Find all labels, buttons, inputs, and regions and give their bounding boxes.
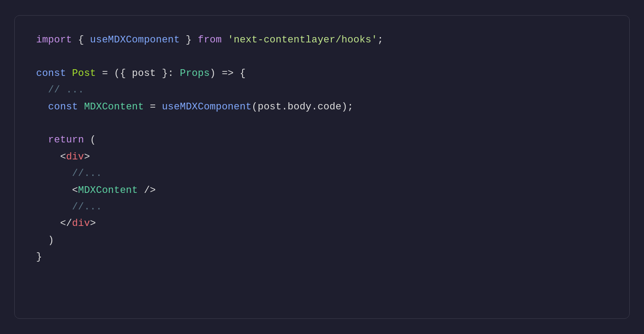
code-token: useMDXComponent xyxy=(162,101,252,113)
code-token: post.body.code xyxy=(258,101,342,113)
code-token xyxy=(66,68,72,79)
code-token: MDXContent xyxy=(78,185,138,196)
code-token: > xyxy=(90,218,96,229)
code-line: //... xyxy=(36,199,608,215)
code-token: div xyxy=(66,151,84,163)
code-token: useMDXComponent xyxy=(90,34,180,46)
code-line: import { useMDXComponent } from 'next-co… xyxy=(36,32,608,48)
code-line: //... xyxy=(36,165,608,182)
code-token: < xyxy=(60,151,66,163)
code-line: ) xyxy=(36,232,608,249)
code-token: = xyxy=(144,101,162,113)
code-token xyxy=(78,101,84,113)
code-token: Props xyxy=(180,68,210,79)
code-block: import { useMDXComponent } from 'next-co… xyxy=(36,32,608,265)
code-token: const xyxy=(48,101,78,113)
code-token: < xyxy=(72,185,78,196)
code-line: const MDXContent = useMDXComponent(post.… xyxy=(36,99,608,115)
code-token: ); xyxy=(342,101,354,113)
code-token: } xyxy=(36,251,42,263)
code-line: // ... xyxy=(36,82,608,98)
code-token: import xyxy=(36,34,72,46)
code-token: // ... xyxy=(48,84,84,96)
code-token xyxy=(222,34,227,46)
code-token: //... xyxy=(72,168,102,179)
code-token: } xyxy=(180,34,198,46)
code-token xyxy=(138,185,144,196)
code-token: //... xyxy=(72,201,102,213)
code-line: } xyxy=(36,249,608,265)
code-token: Post xyxy=(72,68,96,79)
code-line: </div> xyxy=(36,215,608,232)
code-token: ; xyxy=(377,34,383,46)
code-container: import { useMDXComponent } from 'next-co… xyxy=(14,15,630,319)
code-line: const Post = ({ post }: Props) => { xyxy=(36,65,608,82)
code-token: /> xyxy=(144,185,156,196)
code-line: return ( xyxy=(36,132,608,148)
code-line-empty xyxy=(36,48,608,65)
code-token: </ xyxy=(60,218,72,229)
code-token: post xyxy=(132,68,156,79)
code-token: div xyxy=(72,218,90,229)
code-token: return xyxy=(48,134,84,146)
code-token: MDXContent xyxy=(84,101,144,113)
code-token: ( xyxy=(252,101,257,113)
code-token: from xyxy=(198,34,222,46)
code-token: }: xyxy=(156,68,180,79)
code-token: const xyxy=(36,68,66,79)
code-line-empty xyxy=(36,115,608,132)
code-token: ) xyxy=(48,235,54,246)
code-token: ( xyxy=(84,134,96,146)
code-token: 'next-contentlayer/hooks' xyxy=(228,34,378,46)
code-line: <MDXContent /> xyxy=(36,182,608,199)
code-token: > xyxy=(84,151,90,163)
code-line: <div> xyxy=(36,149,608,165)
code-token: = ({ xyxy=(96,68,132,79)
code-token: ) => { xyxy=(210,68,246,79)
code-token: { xyxy=(72,34,90,46)
